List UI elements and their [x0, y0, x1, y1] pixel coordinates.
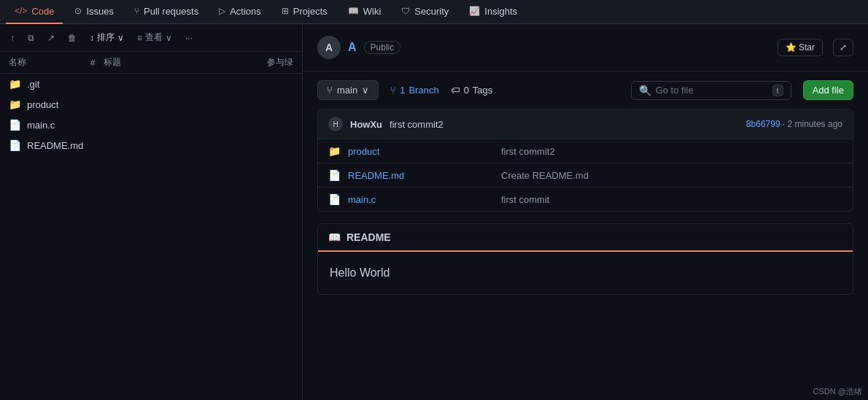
tab-actions[interactable]: ▷ Actions	[210, 0, 270, 24]
file-icon: 📄	[328, 193, 341, 205]
table-row[interactable]: 📄 README.md Create README.md	[318, 164, 853, 188]
toolbar-delete-btn[interactable]: 🗑	[63, 30, 81, 46]
add-file-button[interactable]: Add file	[803, 80, 853, 100]
toolbar-view-btn[interactable]: ≡ 查看 ∨	[133, 28, 177, 47]
list-item[interactable]: 📁 .git	[0, 74, 302, 94]
commit-time: 2 minutes	[788, 119, 826, 129]
toolbar-copy-btn[interactable]: ⧉	[23, 30, 39, 46]
toolbar-sort-btn[interactable]: ↕ 排序 ∨	[85, 28, 128, 47]
commit-author[interactable]: HowXu	[350, 119, 382, 130]
tab-pull-requests[interactable]: ⑂ Pull requests	[125, 0, 207, 24]
search-shortcut: t	[772, 85, 783, 96]
footer-text: CSDN @浩绪	[813, 387, 862, 396]
visibility-badge: Public	[364, 41, 401, 54]
readme-header: 📖 README	[318, 224, 853, 252]
col-contrib-header: 参与绿	[249, 56, 293, 69]
commit-message: first commit2	[390, 119, 443, 130]
actions-icon: ▷	[219, 6, 225, 16]
repo-name[interactable]: A	[348, 41, 357, 54]
search-input[interactable]	[656, 85, 768, 96]
file-icon: 📄	[9, 139, 21, 151]
tab-issues[interactable]: ⊙ Issues	[66, 0, 123, 24]
file-icon: 📄	[9, 119, 21, 131]
file-list: 📁 .git 📁 product 📄 main.c 📄 README.md	[0, 74, 302, 400]
toolbar-export-btn[interactable]: ↗	[43, 30, 59, 46]
branch-count-link[interactable]: ⑂ 1 Branch	[390, 85, 438, 96]
folder-icon: 📁	[9, 78, 21, 90]
tab-projects[interactable]: ⊞ Projects	[273, 0, 336, 24]
tab-code[interactable]: </> Code	[6, 0, 63, 24]
branch-icon: ⑂	[327, 85, 333, 96]
file-name[interactable]: product	[348, 146, 494, 157]
commit-bar: H HowXu first commit2 8b66799 · 2 minute…	[318, 109, 853, 139]
footer: CSDN @浩绪	[807, 383, 868, 400]
star-button[interactable]: ⭐ Star	[778, 39, 823, 56]
toolbar-more-btn[interactable]: ···	[181, 30, 197, 46]
tag-count-link[interactable]: 🏷 0 Tags	[451, 85, 493, 96]
security-icon: 🛡	[401, 6, 410, 16]
list-item[interactable]: 📄 README.md	[0, 135, 302, 155]
col-name-header: 名称	[9, 56, 82, 69]
projects-icon: ⊞	[282, 6, 289, 16]
goto-file-search[interactable]: 🔍 t	[631, 81, 791, 100]
table-row[interactable]: 📁 product first commit2	[318, 139, 853, 164]
sidebar: ↑ ⧉ ↗ 🗑 ↕ 排序 ∨ ≡ 查看 ∨ ··· 名称 # 标题 参与绿 📁 …	[0, 24, 303, 400]
col-title-header: 标题	[104, 56, 249, 69]
content-area: A A Public ⭐ Star ⤢ ⑂ main ∨ ⑂ 1 Branch …	[303, 24, 868, 400]
sidebar-toolbar: ↑ ⧉ ↗ 🗑 ↕ 排序 ∨ ≡ 查看 ∨ ···	[0, 24, 302, 52]
file-icon: 📄	[328, 169, 341, 181]
insights-icon: 📈	[469, 6, 480, 16]
readme-content: Hello World	[318, 252, 853, 294]
branch-row: ⑂ main ∨ ⑂ 1 Branch 🏷 0 Tags 🔍 t Add fil…	[303, 72, 868, 109]
book-icon: 📖	[328, 231, 341, 243]
branch-count-icon: ⑂	[390, 85, 396, 96]
tab-insights[interactable]: 📈 Insights	[460, 0, 526, 24]
branch-selector[interactable]: ⑂ main ∨	[317, 80, 379, 100]
file-table: H HowXu first commit2 8b66799 · 2 minute…	[317, 109, 853, 212]
readme-section: 📖 README Hello World	[317, 223, 853, 295]
readme-title: README	[346, 231, 391, 243]
wiki-icon: 📖	[348, 6, 359, 16]
file-commit: first commit2	[501, 146, 835, 157]
col-hash-header: #	[82, 58, 104, 68]
repo-header: A A Public ⭐ Star ⤢	[303, 24, 868, 72]
top-nav: </> Code ⊙ Issues ⑂ Pull requests ▷ Acti…	[0, 0, 868, 24]
table-row[interactable]: 📄 main.c first commit	[318, 188, 853, 211]
tab-security[interactable]: 🛡 Security	[392, 0, 457, 24]
list-item[interactable]: 📁 product	[0, 94, 302, 115]
file-commit: Create README.md	[501, 170, 835, 181]
readme-text: Hello World	[330, 266, 390, 279]
file-name[interactable]: main.c	[348, 194, 494, 205]
avatar: A	[317, 36, 341, 59]
file-name[interactable]: README.md	[348, 170, 494, 181]
issues-icon: ⊙	[74, 6, 82, 16]
folder-icon: 📁	[9, 99, 21, 110]
pr-icon: ⑂	[134, 6, 139, 16]
toolbar-up-btn[interactable]: ↑	[6, 30, 19, 46]
tag-icon: 🏷	[451, 85, 460, 96]
search-icon: 🔍	[639, 85, 651, 96]
commit-avatar: H	[328, 117, 343, 131]
tab-wiki[interactable]: 📖 Wiki	[339, 0, 390, 24]
folder-icon: 📁	[328, 145, 341, 157]
share-button[interactable]: ⤢	[833, 39, 853, 56]
commit-hash[interactable]: 8b66799	[746, 119, 780, 129]
file-commit: first commit	[501, 194, 835, 205]
list-item[interactable]: 📄 main.c	[0, 115, 302, 135]
commit-meta: 8b66799 · 2 minutes ago	[746, 119, 842, 129]
main-area: ↑ ⧉ ↗ 🗑 ↕ 排序 ∨ ≡ 查看 ∨ ··· 名称 # 标题 参与绿 📁 …	[0, 24, 868, 400]
code-icon: </>	[15, 6, 27, 16]
sidebar-header: 名称 # 标题 参与绿	[0, 52, 302, 74]
